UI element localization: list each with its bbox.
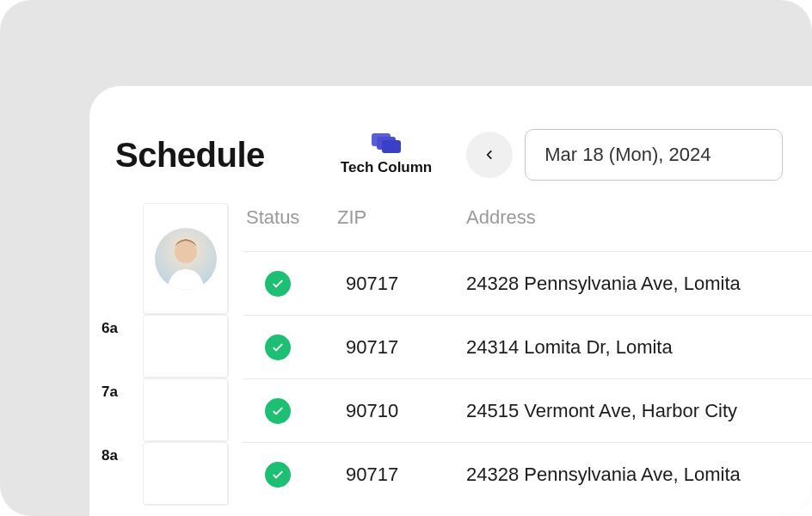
time-slot-cell[interactable] <box>143 315 229 378</box>
time-label: 7a <box>96 378 138 442</box>
technician-avatar-cell[interactable] <box>143 203 229 315</box>
col-header-status: Status <box>243 206 337 229</box>
zip-value: 90717 <box>337 464 440 486</box>
time-grid-column: 6a 7a 8a <box>96 198 243 506</box>
address-value: 24515 Vermont Ave, Harbor City <box>440 400 812 422</box>
time-slot-cell[interactable] <box>143 378 229 442</box>
col-header-zip: ZIP <box>337 206 440 229</box>
time-label: 6a <box>96 315 138 378</box>
status-ok-icon <box>265 335 291 360</box>
tech-column-button[interactable]: Tech Column <box>341 133 432 176</box>
time-label-blank <box>96 203 138 315</box>
tech-column-icon <box>372 133 401 154</box>
avatar <box>155 228 217 290</box>
header-row: Schedule Tech Column Mar 18 (Mon), 2024 <box>89 86 812 198</box>
table-row[interactable]: 90717 24328 Pennsylvania Ave, Lomita <box>243 251 812 315</box>
previous-day-button[interactable] <box>466 132 513 178</box>
table-row[interactable]: 90717 24314 Lomita Dr, Lomita <box>243 315 812 378</box>
table-row[interactable]: 90717 24328 Pennsylvania Ave, Lomita <box>243 442 812 506</box>
table-header: Status ZIP Address <box>243 206 812 251</box>
status-ok-icon <box>265 398 291 424</box>
app-viewport: Schedule Tech Column Mar 18 (Mon), 2024 <box>0 0 812 516</box>
date-picker[interactable]: Mar 18 (Mon), 2024 <box>525 129 783 181</box>
zip-value: 90717 <box>337 336 440 359</box>
page-title: Schedule <box>115 136 265 175</box>
chevron-left-icon <box>483 149 495 161</box>
address-value: 24328 Pennsylvania Ave, Lomita <box>440 273 812 295</box>
address-value: 24314 Lomita Dr, Lomita <box>440 336 812 359</box>
zip-value: 90710 <box>337 400 440 422</box>
svg-point-1 <box>175 241 197 263</box>
tech-column-label: Tech Column <box>341 159 432 176</box>
body-row: 6a 7a 8a Status ZIP Address <box>89 198 812 506</box>
time-slot-cell[interactable] <box>143 442 229 506</box>
schedule-panel: Schedule Tech Column Mar 18 (Mon), 2024 <box>89 86 812 516</box>
table-row[interactable]: 90710 24515 Vermont Ave, Harbor City <box>243 378 812 442</box>
status-ok-icon <box>265 462 291 488</box>
address-value: 24328 Pennsylvania Ave, Lomita <box>440 464 812 486</box>
zip-value: 90717 <box>337 273 440 295</box>
col-header-address: Address <box>440 206 812 229</box>
status-ok-icon <box>265 271 291 297</box>
date-display: Mar 18 (Mon), 2024 <box>544 144 710 166</box>
time-label: 8a <box>96 442 138 506</box>
jobs-table: Status ZIP Address 90717 24328 Pennsylva… <box>243 198 812 506</box>
